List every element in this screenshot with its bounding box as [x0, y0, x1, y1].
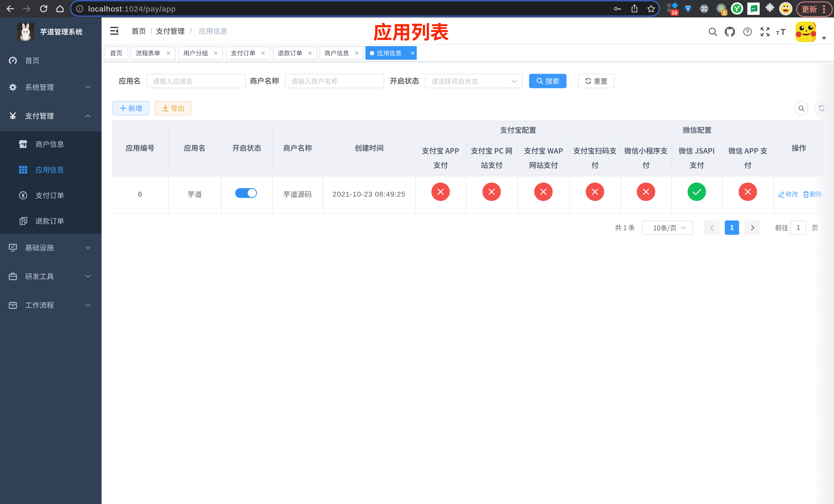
svg-text:10: 10	[672, 10, 677, 15]
svg-text:1: 1	[723, 10, 725, 16]
